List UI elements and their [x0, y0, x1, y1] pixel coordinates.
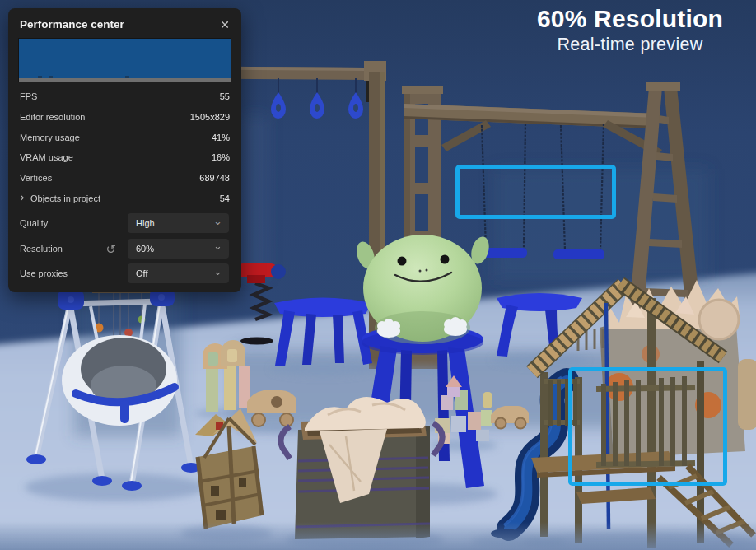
- panel-header: Performance center ✕: [8, 8, 241, 38]
- resolution-subheadline: Real-time preview: [504, 35, 756, 55]
- chevron-down-icon: ⌄: [213, 242, 222, 250]
- stats-list: FPS 55 Editor resolution 1505x829 Memory…: [8, 86, 241, 208]
- resolution-highlight-box: [568, 367, 727, 486]
- chevron-down-icon: ⌄: [213, 268, 222, 276]
- panel-title: Performance center: [20, 18, 124, 30]
- chevron-right-icon[interactable]: ›: [20, 193, 25, 203]
- close-icon[interactable]: ✕: [220, 19, 230, 30]
- stat-row-objects-in-project: › Objects in project 54: [8, 188, 241, 208]
- resolution-highlight-box: [455, 165, 616, 219]
- control-row-resolution: Resolution ↺ 60% ⌄: [8, 236, 241, 262]
- control-row-quality: Quality High ⌄: [8, 211, 241, 236]
- block-towers[interactable]: [203, 340, 250, 412]
- controls-list: Quality High ⌄ Resolution ↺ 60% ⌄ Use pr…: [8, 211, 241, 287]
- graph-baseline: [19, 78, 231, 82]
- floor-vignette: [0, 522, 756, 550]
- stat-row-fps: FPS 55: [8, 86, 241, 107]
- use-proxies-dropdown[interactable]: Off ⌄: [128, 263, 229, 283]
- control-row-use-proxies: Use proxies Off ⌄: [8, 261, 241, 287]
- performance-center-panel: Performance center ✕ FPS 55 Editor resol…: [8, 8, 241, 292]
- wood-piece: [738, 359, 756, 430]
- resolution-headline: 60% Resolution: [504, 5, 756, 33]
- reset-icon[interactable]: ↺: [105, 242, 116, 257]
- fps-history-graph: [18, 38, 231, 82]
- quality-dropdown[interactable]: High ⌄: [128, 213, 229, 233]
- stat-row-vram-usage: VRAM usage 16%: [8, 147, 241, 168]
- resolution-dropdown[interactable]: 60% ⌄: [128, 239, 229, 259]
- stat-row-memory-usage: Memory usage 41%: [8, 127, 241, 147]
- swing-seat[interactable]: [553, 249, 604, 259]
- chevron-down-icon: ⌄: [213, 217, 222, 226]
- stat-row-editor-resolution: Editor resolution 1505x829: [8, 107, 241, 128]
- stat-row-vertices: Vertices 689748: [8, 168, 241, 189]
